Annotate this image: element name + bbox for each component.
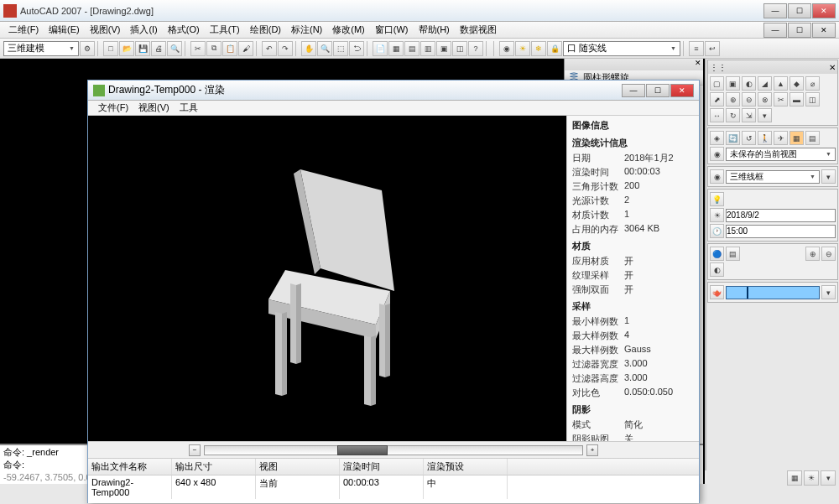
copy-icon[interactable]: ⧉ (206, 41, 221, 56)
pan-icon[interactable]: ✋ (301, 41, 316, 56)
linetype-combo[interactable]: 口 随实线 (563, 41, 680, 56)
layerstate-icon[interactable]: ≡ (689, 41, 704, 56)
time-icon[interactable]: 🕐 (710, 224, 724, 238)
imprint-icon[interactable]: ◫ (805, 92, 820, 107)
menu-edit[interactable]: 编辑(E) (44, 23, 85, 36)
help-icon[interactable]: ? (468, 41, 483, 56)
col-view[interactable]: 视图 (256, 459, 340, 475)
save-icon[interactable]: 💾 (135, 41, 150, 56)
planar-icon[interactable]: ◐ (710, 262, 724, 277)
menu-dataview[interactable]: 数据视图 (455, 23, 502, 36)
style-combo[interactable]: 三维线框 (726, 170, 820, 184)
revolve-icon[interactable]: ◐ (742, 76, 756, 91)
menu-insert[interactable]: 插入(I) (125, 23, 162, 36)
walk-icon[interactable]: 🚶 (758, 131, 772, 145)
date-input[interactable] (726, 209, 836, 222)
render-menu-file[interactable]: 文件(F) (93, 101, 133, 114)
zoomprev-icon[interactable]: ⮌ (349, 41, 364, 56)
menu-modify[interactable]: 修改(M) (327, 23, 370, 36)
menu-file[interactable]: 二维(F) (3, 23, 44, 36)
col-time[interactable]: 渲染时间 (340, 459, 424, 475)
rmore-icon[interactable]: ▾ (821, 285, 836, 299)
match-icon[interactable]: 🖌 (238, 41, 253, 56)
render-titlebar[interactable]: Drawing2-Temp000 - 渲染 — ☐ ✕ (88, 81, 699, 101)
menu-view[interactable]: 视图(V) (85, 23, 126, 36)
matlib-icon[interactable]: ▤ (726, 247, 740, 261)
menu-dim[interactable]: 标注(N) (286, 23, 327, 36)
viewcube-icon[interactable]: ◈ (710, 131, 724, 145)
menu-format[interactable]: 格式(O) (163, 23, 205, 36)
preview-icon[interactable]: 🔍 (167, 41, 182, 56)
workspace-combo[interactable]: 三维建模 (3, 41, 79, 56)
mark-icon[interactable]: ▣ (436, 41, 451, 56)
vs-icon[interactable]: ◉ (710, 169, 724, 184)
vs-more-icon[interactable]: ▾ (821, 169, 836, 184)
toolpal-icon[interactable]: ▤ (404, 41, 420, 56)
zoom-out-button[interactable]: − (189, 444, 201, 456)
3dmove-icon[interactable]: ↔ (710, 108, 724, 122)
maximize-button[interactable]: ☐ (788, 3, 811, 18)
more-icon[interactable]: ▾ (758, 108, 772, 122)
layer3-icon[interactable]: ❄ (531, 41, 546, 56)
doc-close-button[interactable]: ✕ (812, 23, 836, 38)
zoom-thumb[interactable] (337, 445, 388, 455)
zoom-slider[interactable] (204, 445, 583, 455)
palette-close-icon[interactable]: ✕ (829, 63, 836, 72)
print-icon[interactable]: 🖨 (151, 41, 166, 56)
thick-icon[interactable]: ▬ (789, 92, 804, 107)
para-icon[interactable]: ▤ (805, 131, 820, 145)
zoom-in-button[interactable]: + (586, 444, 598, 456)
view-combo[interactable]: 未保存的当前视图 (726, 148, 836, 161)
swivel-icon[interactable]: ↺ (742, 131, 756, 145)
fly-icon[interactable]: ✈ (774, 131, 788, 145)
sun-icon[interactable]: ☀ (710, 208, 724, 222)
loft-icon[interactable]: ▲ (774, 76, 788, 91)
dcenter-icon[interactable]: ▦ (388, 41, 404, 56)
layer2-icon[interactable]: ☀ (515, 41, 530, 56)
doc-maximize-button[interactable]: ☐ (788, 23, 811, 38)
render-maximize-button[interactable]: ☐ (646, 84, 670, 97)
col-name[interactable]: 输出文件名称 (88, 459, 172, 475)
ortho-icon[interactable]: ▾ (821, 470, 836, 486)
doc-minimize-button[interactable]: — (763, 23, 787, 38)
close-button[interactable]: ✕ (812, 3, 836, 18)
light-icon[interactable]: 💡 (710, 192, 724, 206)
paste-icon[interactable]: 📋 (222, 41, 237, 56)
undo-icon[interactable]: ↶ (262, 41, 277, 56)
render-minimize-button[interactable]: — (622, 84, 645, 97)
render-close-button[interactable]: ✕ (670, 84, 694, 97)
snap-icon[interactable]: ▦ (787, 470, 802, 486)
orbit-icon[interactable]: 🔄 (726, 131, 740, 145)
layer4-icon[interactable]: 🔒 (547, 41, 562, 56)
time-input[interactable] (726, 225, 836, 238)
union-icon[interactable]: ⊕ (726, 92, 740, 107)
open-icon[interactable]: 📂 (119, 41, 134, 56)
3drot-icon[interactable]: ↻ (726, 108, 740, 122)
list-row[interactable]: Drawing2-Temp000 640 x 480 当前 00:00:03 中 (88, 475, 699, 499)
views-icon[interactable]: ◉ (710, 147, 724, 161)
redo-icon[interactable]: ↷ (278, 41, 293, 56)
slice-icon[interactable]: ✂ (774, 92, 788, 107)
matatt-icon[interactable]: ⊕ (805, 247, 820, 261)
menu-help[interactable]: 帮助(H) (414, 23, 455, 36)
palette-close-icon[interactable]: ✕ (695, 59, 701, 70)
mat-icon[interactable]: 🔵 (710, 247, 724, 261)
calc-icon[interactable]: ◫ (452, 41, 467, 56)
persp-icon[interactable]: ▦ (789, 131, 804, 145)
ssm-icon[interactable]: ▥ (420, 41, 435, 56)
grid-icon[interactable]: ☀ (804, 470, 819, 486)
layer1-icon[interactable]: ◉ (499, 41, 514, 56)
col-preset[interactable]: 渲染预设 (424, 459, 508, 475)
col-size[interactable]: 输出尺寸 (172, 459, 256, 475)
sweep-icon[interactable]: ◢ (758, 76, 772, 91)
gear-icon[interactable]: ⚙ (80, 41, 95, 56)
sub-icon[interactable]: ⊖ (742, 92, 756, 107)
zoomwin-icon[interactable]: ⬚ (333, 41, 348, 56)
render-icon[interactable]: 🫖 (710, 285, 724, 299)
render-menu-view[interactable]: 视图(V) (133, 101, 175, 114)
new-icon[interactable]: □ (103, 41, 118, 56)
poly-icon[interactable]: ◆ (789, 76, 804, 91)
cut-icon[interactable]: ✂ (190, 41, 206, 56)
render-viewport[interactable] (88, 116, 566, 441)
box-icon[interactable]: ▢ (710, 76, 724, 91)
